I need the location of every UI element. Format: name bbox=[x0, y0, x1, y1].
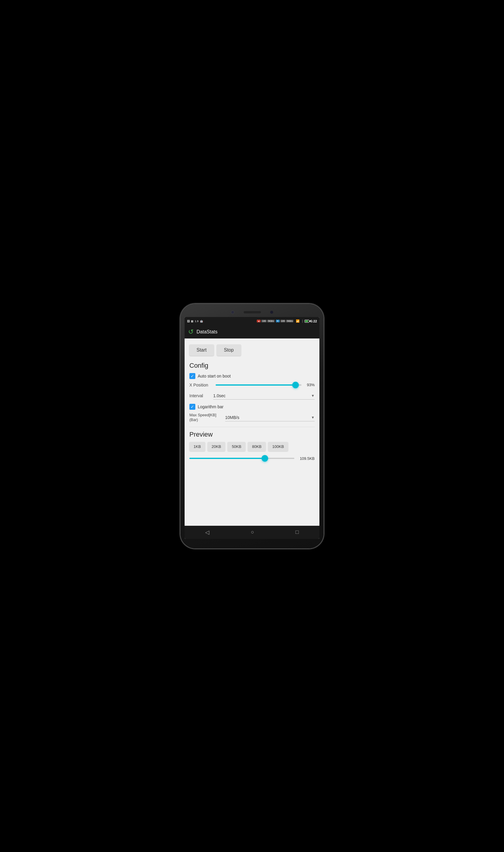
image-icon: 🖼 bbox=[187, 320, 190, 323]
interval-row: Interval 1.0sec 0.5sec 2.0sec 5.0sec ▼ bbox=[190, 392, 314, 400]
max-speed-dropdown-wrap: 10MB/s 1MB/s 100MB/s ▼ bbox=[225, 414, 314, 421]
preview-slider[interactable] bbox=[190, 455, 294, 461]
auto-start-row: ✓ Auto start on boot bbox=[190, 373, 314, 379]
logarithm-bar-row: ✓ Logarithm bar bbox=[190, 404, 314, 410]
app-title: DataStats bbox=[197, 329, 217, 334]
app-bar: ↺ DataStats bbox=[185, 325, 319, 339]
preview-slider-row: 109.5KB bbox=[190, 455, 314, 461]
logarithm-check-icon: ✓ bbox=[191, 405, 194, 409]
home-button[interactable]: ○ bbox=[251, 529, 254, 535]
preview-heading: Preview bbox=[190, 431, 314, 438]
back-button[interactable]: ◁ bbox=[205, 529, 209, 536]
interval-select[interactable]: 1.0sec 0.5sec 2.0sec 5.0sec bbox=[213, 392, 314, 400]
max-speed-row: Max Speed[KB] (Bar) 10MB/s 1MB/s 100MB/s… bbox=[190, 413, 314, 423]
checkbox-check-icon: ✓ bbox=[191, 374, 194, 378]
front-camera bbox=[231, 310, 234, 314]
x-position-label: X Position bbox=[190, 383, 213, 387]
x-position-thumb[interactable] bbox=[292, 382, 299, 388]
status-bar: 🖼 ▦ 1.9 🤖 ▲ 109 5KB/s ▼ 109 5KB/s 📶 ▕ 5:… bbox=[185, 317, 319, 325]
phone-bottom-hardware bbox=[185, 539, 319, 543]
datastats-icon: ↺ bbox=[188, 328, 194, 336]
logarithm-bar-label: Logarithm bar bbox=[198, 404, 223, 409]
stop-button[interactable]: Stop bbox=[217, 344, 241, 356]
section-divider bbox=[190, 427, 314, 427]
max-speed-select[interactable]: 10MB/s 1MB/s 100MB/s bbox=[225, 414, 314, 421]
recents-button[interactable]: □ bbox=[295, 529, 299, 535]
version-text: 1.9 bbox=[195, 320, 199, 323]
x-position-row: X Position 93% bbox=[190, 382, 314, 388]
logarithm-checkbox[interactable]: ✓ bbox=[190, 404, 195, 410]
start-button[interactable]: Start bbox=[190, 344, 214, 356]
phone-top-hardware bbox=[185, 309, 319, 317]
auto-start-checkbox[interactable]: ✓ bbox=[190, 373, 195, 379]
phone-screen: 🖼 ▦ 1.9 🤖 ▲ 109 5KB/s ▼ 109 5KB/s 📶 ▕ 5:… bbox=[185, 317, 319, 539]
x-position-track bbox=[216, 384, 302, 386]
grid-icon: ▦ bbox=[191, 320, 194, 323]
status-left-icons: 🖼 ▦ 1.9 🤖 bbox=[187, 320, 256, 323]
battery-icon bbox=[305, 320, 309, 323]
bottom-nav: ◁ ○ □ bbox=[185, 526, 319, 539]
x-position-fill bbox=[216, 384, 295, 386]
preview-btn-100kb[interactable]: 100KB bbox=[268, 442, 288, 451]
interval-label: Interval bbox=[190, 393, 213, 398]
android-icon: 🤖 bbox=[200, 320, 203, 323]
preview-btn-20kb[interactable]: 20KB bbox=[208, 442, 226, 451]
preview-slider-fill bbox=[190, 458, 265, 459]
signal-icon: ▕ bbox=[301, 320, 303, 323]
max-speed-label: Max Speed[KB] (Bar) bbox=[190, 413, 225, 423]
wifi-icon: 📶 bbox=[296, 320, 300, 323]
preview-buttons-row: 1KB 20KB 50KB 80KB 100KB bbox=[190, 442, 314, 451]
download-badge: ▼ 109 5KB/s bbox=[276, 320, 293, 322]
x-position-value: 93% bbox=[304, 383, 314, 387]
earpiece-speaker bbox=[244, 311, 261, 314]
config-heading: Config bbox=[190, 362, 314, 369]
phone-device: 🖼 ▦ 1.9 🤖 ▲ 109 5KB/s ▼ 109 5KB/s 📶 ▕ 5:… bbox=[180, 304, 324, 548]
proximity-sensor bbox=[270, 311, 273, 314]
preview-slider-thumb[interactable] bbox=[262, 455, 268, 461]
preview-btn-50kb[interactable]: 50KB bbox=[228, 442, 246, 451]
interval-dropdown-wrap: 1.0sec 0.5sec 2.0sec 5.0sec ▼ bbox=[213, 392, 314, 400]
upload-badge: ▲ 109 5KB/s bbox=[257, 320, 274, 322]
main-content: Start Stop Config ✓ Auto start on boot X… bbox=[185, 339, 319, 526]
time-display: 5:22 bbox=[310, 320, 317, 323]
preview-slider-track bbox=[190, 458, 294, 459]
preview-btn-1kb[interactable]: 1KB bbox=[190, 442, 205, 451]
auto-start-label: Auto start on boot bbox=[198, 374, 231, 378]
x-position-slider[interactable] bbox=[216, 382, 302, 388]
preview-slider-value: 109.5KB bbox=[297, 456, 314, 461]
action-buttons-row: Start Stop bbox=[190, 344, 314, 356]
preview-btn-80kb[interactable]: 80KB bbox=[248, 442, 266, 451]
